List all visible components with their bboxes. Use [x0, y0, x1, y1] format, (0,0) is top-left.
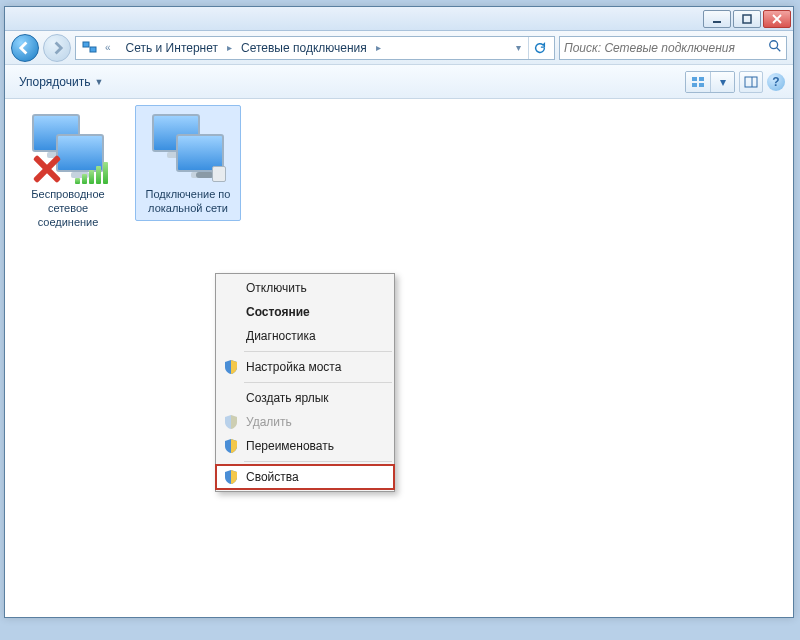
context-menu-separator — [244, 461, 392, 462]
context-menu-item[interactable]: Переименовать — [216, 434, 394, 458]
maximize-button[interactable] — [733, 10, 761, 28]
address-bar[interactable]: « Сеть и Интернет ▸ Сетевые подключения … — [75, 36, 555, 60]
breadcrumb-chevron-icon: ▸ — [373, 42, 384, 53]
back-button[interactable] — [11, 34, 39, 62]
connection-item-lan[interactable]: Подключение по локальной сети — [135, 105, 241, 221]
forward-button[interactable] — [43, 34, 71, 62]
context-menu-item: Удалить — [216, 410, 394, 434]
title-bar — [5, 7, 793, 31]
view-mode-icon[interactable] — [686, 72, 710, 92]
svg-rect-7 — [699, 77, 704, 81]
nav-bar: « Сеть и Интернет ▸ Сетевые подключения … — [5, 31, 793, 65]
search-input[interactable] — [564, 41, 768, 55]
explorer-window: « Сеть и Интернет ▸ Сетевые подключения … — [4, 6, 794, 618]
connection-label: Беспроводное сетевое соединение — [18, 188, 118, 229]
organize-label: Упорядочить — [19, 75, 90, 89]
close-button[interactable] — [763, 10, 791, 28]
context-menu-label: Создать ярлык — [246, 391, 329, 405]
context-menu-separator — [244, 382, 392, 383]
chevron-down-icon: ▼ — [94, 77, 103, 87]
lan-connection-icon — [148, 110, 228, 186]
context-menu-separator — [244, 351, 392, 352]
svg-rect-3 — [90, 47, 96, 52]
connection-item-wireless[interactable]: Беспроводное сетевое соединение — [15, 105, 121, 234]
breadcrumb-seg-2[interactable]: Сетевые подключения — [235, 37, 373, 59]
wireless-disconnected-icon — [28, 110, 108, 186]
preview-pane-button[interactable] — [739, 71, 763, 93]
context-menu-label: Свойства — [246, 470, 299, 484]
context-menu-label: Настройка моста — [246, 360, 341, 374]
view-mode-split-button[interactable]: ▾ — [685, 71, 735, 93]
context-menu-item[interactable]: Настройка моста — [216, 355, 394, 379]
toolbar: Упорядочить ▼ ▾ ? — [5, 65, 793, 99]
svg-rect-8 — [692, 83, 697, 87]
breadcrumb-seg-1[interactable]: Сеть и Интернет — [120, 37, 224, 59]
breadcrumb-chevron-icon: ▸ — [224, 42, 235, 53]
view-mode-dropdown[interactable]: ▾ — [710, 72, 734, 92]
svg-rect-1 — [743, 15, 751, 23]
uac-shield-icon — [223, 438, 239, 454]
address-dropdown-icon[interactable]: ▾ — [510, 42, 526, 53]
context-menu: ОтключитьСостояниеДиагностикаНастройка м… — [215, 273, 395, 492]
context-menu-label: Переименовать — [246, 439, 334, 453]
context-menu-label: Удалить — [246, 415, 292, 429]
svg-point-4 — [770, 41, 778, 49]
refresh-button[interactable] — [528, 37, 550, 59]
context-menu-item[interactable]: Состояние — [216, 300, 394, 324]
uac-shield-icon — [223, 469, 239, 485]
connection-label: Подключение по локальной сети — [138, 188, 238, 216]
context-menu-label: Состояние — [246, 305, 310, 319]
minimize-button[interactable] — [703, 10, 731, 28]
svg-rect-6 — [692, 77, 697, 81]
search-box[interactable] — [559, 36, 787, 60]
search-icon — [768, 39, 782, 56]
network-icon — [82, 40, 98, 56]
organize-button[interactable]: Упорядочить ▼ — [13, 72, 109, 92]
context-menu-item[interactable]: Свойства — [216, 465, 394, 489]
svg-line-5 — [777, 48, 781, 52]
context-menu-item[interactable]: Диагностика — [216, 324, 394, 348]
help-button[interactable]: ? — [767, 73, 785, 91]
svg-rect-0 — [713, 21, 721, 23]
content-pane: Беспроводное сетевое соединение Подключе… — [5, 99, 793, 617]
uac-shield-icon — [223, 359, 239, 375]
breadcrumb-chevron-icon: « — [102, 42, 114, 53]
context-menu-item[interactable]: Создать ярлык — [216, 386, 394, 410]
uac-shield-icon — [223, 414, 239, 430]
context-menu-label: Диагностика — [246, 329, 316, 343]
svg-rect-10 — [745, 77, 757, 87]
svg-rect-2 — [83, 42, 89, 47]
svg-rect-9 — [699, 83, 704, 87]
context-menu-label: Отключить — [246, 281, 307, 295]
context-menu-item[interactable]: Отключить — [216, 276, 394, 300]
